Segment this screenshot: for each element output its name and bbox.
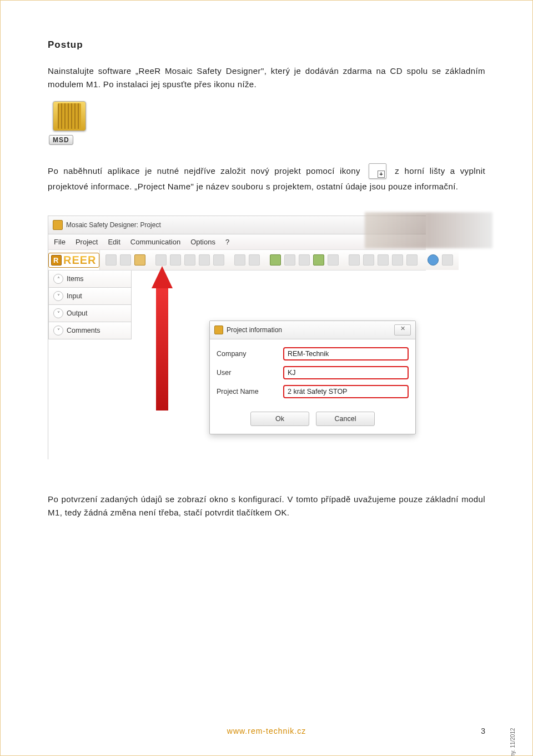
app-screenshot: Mosaic Safety Designer: Project File Pro… [48,216,426,459]
toolbar-monitor-icon[interactable] [392,254,403,266]
menu-edit[interactable]: Edit [108,238,120,246]
toolbar-open-icon[interactable] [120,254,131,266]
paragraph-confirm: Po potvrzení zadaných údajů se zobrazí o… [48,493,485,519]
toolbar-icon[interactable] [378,254,389,266]
toolbar-check-icon[interactable] [270,254,281,266]
chevron-down-icon: ˅ [53,308,63,318]
toolbar-undo-icon[interactable] [234,254,245,266]
toolbar-icon[interactable] [299,254,310,266]
window-title: Mosaic Safety Designer: Project [66,221,161,229]
paragraph-newproject: Po naběhnutí aplikace je nutné nejdříve … [48,163,485,193]
toolbar-zoom-icon[interactable] [363,254,374,266]
menu-project[interactable]: Project [76,238,98,246]
msd-shortcut-icon: MSD [48,101,91,144]
footer-link[interactable]: www.rem-technik.cz [227,727,306,735]
toolbar-row: REER [48,250,426,271]
dialog-form: Company REM-Technik User KJ Project Name… [210,339,415,407]
toolbar-icon[interactable] [284,254,295,266]
sidebar-item-items[interactable]: ˄ Items [48,271,132,288]
sidebar: ˄ Items ˅ Input ˅ Output ˅ Comments [48,271,132,339]
menu-file[interactable]: File [54,238,66,246]
document-page: Postup Nainstalujte software „ReeR Mosai… [0,0,533,756]
user-field[interactable]: KJ [283,366,409,379]
project-name-label: Project Name [217,388,283,395]
toolbar-icon[interactable] [170,254,181,266]
toolbar-user-icon[interactable] [134,254,145,266]
cancel-button[interactable]: Cancel [316,412,375,426]
dialog-icon [214,326,223,334]
toolbar-icon[interactable] [184,254,195,266]
sidebar-item-label: Items [67,275,84,283]
close-button[interactable]: ✕ [394,324,411,336]
toolbar-new-icon[interactable] [105,254,117,266]
dialog-titlebar: Project information ✕ [210,321,415,339]
menu-options[interactable]: Options [190,238,215,246]
annotation-arrow [152,266,173,410]
heading-postup: Postup [48,39,485,51]
project-information-dialog: Project information ✕ Company REM-Techni… [209,321,416,434]
user-label: User [217,369,283,377]
toolbar-redo-icon[interactable] [249,254,260,266]
sidebar-item-input[interactable]: ˅ Input [48,288,132,305]
msd-icon-box [53,101,86,131]
company-field[interactable]: REM-Technik [283,347,409,361]
sidebar-item-comments[interactable]: ˅ Comments [48,322,132,339]
ok-button[interactable]: Ok [250,412,309,426]
menu-communication[interactable]: Communication [130,238,180,246]
chevron-down-icon: ˅ [53,291,63,301]
dialog-title: Project information [227,326,282,334]
sidebar-item-output[interactable]: ˅ Output [48,305,132,322]
toolbar-save-icon[interactable] [155,254,167,266]
menu-help[interactable]: ? [225,238,229,246]
company-label: Company [217,350,283,358]
paragraph-intro: Nainstalujte software „ReeR Mosaic Safet… [48,64,485,91]
toolbar-icon[interactable] [406,254,418,266]
toolbar-icon[interactable] [328,254,339,266]
window-icon [53,220,63,230]
app-body: ˄ Items ˅ Input ˅ Output ˅ Comments [48,271,426,459]
toolbar-print-icon[interactable] [199,254,210,266]
msd-icon-label: MSD [49,135,73,145]
reer-logo: REER [48,250,100,270]
project-name-field[interactable]: 2 krát Safety STOP [283,385,409,398]
toolbar-icon[interactable] [349,254,360,266]
menu-bar: File Project Edit Communication Options … [48,234,426,250]
canvas-area: Project information ✕ Company REM-Techni… [132,271,426,459]
sidebar-item-label: Output [67,309,88,317]
toolbar-help-icon[interactable] [428,254,439,266]
toolbar-icon[interactable] [442,254,453,266]
page-number: 3 [481,727,485,735]
toolbar-status-icon[interactable] [313,254,324,266]
toolbar-icon[interactable] [213,254,224,266]
reer-logo-text: REER [63,254,97,267]
paragraph-newproject-a: Po naběhnutí aplikace je nutné nejdříve … [48,166,360,176]
footer-side-note: Tiskové chyby a omyly vyhrazeny. 11/2012 [510,700,516,756]
reer-logo-r-icon [51,255,62,266]
chevron-up-icon: ˄ [53,274,63,284]
sidebar-item-label: Input [67,292,82,300]
chevron-down-icon: ˅ [53,326,63,336]
footer-url: www.rem-technik.cz [1,727,532,735]
new-project-icon [369,163,386,179]
sidebar-item-label: Comments [67,327,100,334]
